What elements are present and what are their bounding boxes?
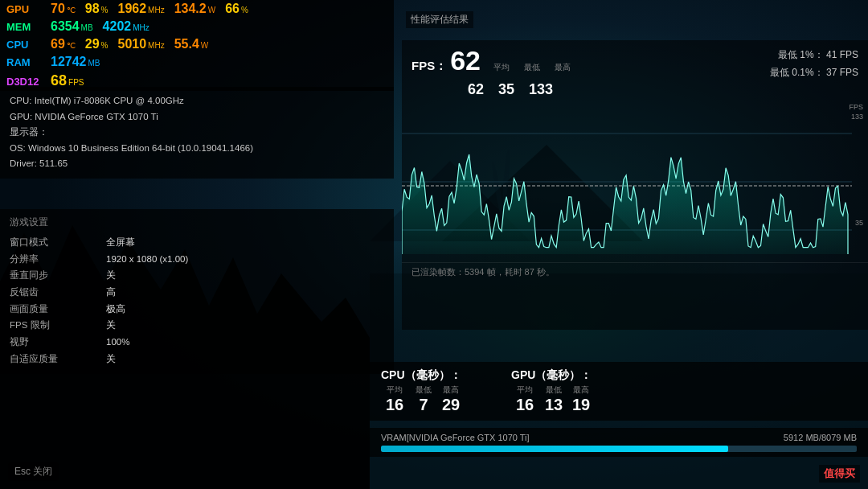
chart-caption: 已渲染帧数：5394 帧，耗时 87 秒。 bbox=[402, 262, 868, 281]
cpu-max-val: 29 bbox=[442, 396, 460, 414]
gpu-load2-val: 66 bbox=[225, 2, 240, 16]
cpu-usage-unit: % bbox=[101, 41, 108, 50]
gpu-label: GPU bbox=[6, 3, 51, 15]
gpu-power-unit: W bbox=[208, 6, 215, 14]
chart-y-fps-label: FPS bbox=[849, 103, 863, 111]
gpu-max-val: 19 bbox=[572, 396, 590, 414]
ram-metrics-row: RAM 12742 MB bbox=[0, 53, 394, 71]
gpu-usage-val: 98 bbox=[85, 2, 100, 16]
gpu-temp-val: 70 bbox=[51, 2, 65, 16]
settings-row: 视野100% bbox=[10, 334, 384, 351]
vram-label: VRAM[NVIDIA GeForce GTX 1070 Ti] bbox=[381, 433, 530, 442]
gpu-max-header: 最高 bbox=[573, 384, 589, 396]
settings-row: FPS 限制关 bbox=[10, 317, 384, 334]
system-info-panel: CPU: Intel(TM) i7-8086K CPU @ 4.00GHz GP… bbox=[0, 87, 394, 179]
percentile-1-label: 最低 1%： 41 FPS bbox=[770, 47, 858, 64]
bottom-frame-stats: CPU（毫秒）： 平均 16 最低 7 最高 29 GPU（毫秒） bbox=[370, 362, 868, 421]
cpu-min-val: 7 bbox=[419, 396, 428, 414]
percentile-stats: 最低 1%： 41 FPS 最低 0.1%： 37 FPS bbox=[770, 47, 858, 81]
gpu-clock-unit: MHz bbox=[148, 6, 165, 14]
cpu-power-val: 55.4 bbox=[174, 37, 199, 51]
chart-y-top-val: 133 bbox=[851, 113, 863, 121]
ram-usage-unit: MB bbox=[88, 59, 100, 68]
ram-label: RAM bbox=[6, 56, 51, 68]
gpu-usage-unit: % bbox=[101, 6, 108, 14]
cpu-avg-val: 16 bbox=[386, 396, 403, 414]
mem-usage-val: 6354 bbox=[51, 19, 80, 34]
chart-y-bottom-val: 35 bbox=[855, 219, 863, 227]
hud-overlay: GPU 70 ℃ 98 % 1962 MHz 134.2 W 66 % MEM … bbox=[0, 0, 868, 489]
mem-label: MEM bbox=[6, 21, 51, 33]
cpu-metrics-row: CPU 69 ℃ 29 % 5010 MHz 55.4 W bbox=[0, 35, 394, 53]
fps-avg-val: 62 bbox=[450, 47, 481, 74]
settings-row: 画面质量极高 bbox=[10, 301, 384, 318]
gpu-ms-label: GPU（毫秒）： bbox=[511, 368, 592, 383]
vram-section: VRAM[NVIDIA GeForce GTX 1070 Ti] 5912 MB… bbox=[370, 428, 868, 457]
perf-rating-label: 性能评估结果 bbox=[406, 11, 473, 28]
fps-chart-label: FPS： bbox=[411, 59, 447, 74]
fps-waveform-chart bbox=[402, 101, 868, 262]
vram-bar-fill bbox=[381, 446, 728, 452]
col-min-header: 最低 bbox=[524, 62, 540, 73]
settings-rows: 窗口模式全屏幕分辨率1920 x 1080 (x1.00)垂直同步关反锯齿高画面… bbox=[10, 234, 384, 368]
settings-row: 垂直同步关 bbox=[10, 267, 384, 284]
gpu-avg-header: 平均 bbox=[517, 384, 533, 396]
ram-usage-val: 12742 bbox=[51, 55, 87, 69]
fps-values-row: 62 35 133 bbox=[402, 81, 868, 101]
settings-row: 窗口模式全屏幕 bbox=[10, 234, 384, 251]
gpu-ms-block: GPU（毫秒）： 平均 16 最低 13 最高 19 bbox=[511, 368, 593, 414]
col-avg-header: 平均 bbox=[493, 62, 510, 73]
settings-row: 分辨率1920 x 1080 (x1.00) bbox=[10, 251, 384, 268]
cpu-avg-header: 平均 bbox=[387, 384, 403, 396]
fps-hud-unit: FPS bbox=[68, 78, 84, 87]
cpu-clock-val: 5010 bbox=[118, 37, 147, 51]
fps-avg-display: 62 bbox=[468, 81, 498, 98]
gpu-info-line: GPU: NVIDIA GeForce GTX 1070 Ti bbox=[10, 109, 384, 125]
mem-metrics-row: MEM 6354 MB 4202 MHz bbox=[0, 18, 394, 35]
gpu-clock-val: 1962 bbox=[118, 2, 147, 16]
vram-label-row: VRAM[NVIDIA GeForce GTX 1070 Ti] 5912 MB… bbox=[381, 433, 857, 442]
fps-hud-val: 68 bbox=[51, 72, 67, 89]
gpu-load2-unit: % bbox=[241, 6, 248, 14]
cpu-ms-label: CPU（毫秒）： bbox=[381, 368, 461, 383]
gpu-metrics-row: GPU 70 ℃ 98 % 1962 MHz 134.2 W 66 % bbox=[0, 0, 394, 18]
watermark: 值得买 bbox=[819, 465, 860, 483]
fps-main-display: FPS： 62 平均 最低 最高 bbox=[411, 47, 571, 74]
chart-container: FPS 133 35 bbox=[402, 101, 868, 262]
cpu-temp-unit: ℃ bbox=[67, 41, 76, 50]
cpu-ms-block: CPU（毫秒）： 平均 16 最低 7 最高 29 bbox=[381, 368, 463, 414]
top-metrics-container: GPU 70 ℃ 98 % 1962 MHz 134.2 W 66 % MEM … bbox=[0, 0, 394, 91]
chart-header: FPS： 62 平均 最低 最高 最低 1%： 41 FPS 最低 0.1%： … bbox=[402, 40, 868, 81]
percentile-01-label: 最低 0.1%： 37 FPS bbox=[770, 64, 858, 82]
cpu-info-line: CPU: Intel(TM) i7-8086K CPU @ 4.00GHz bbox=[10, 93, 384, 109]
mem-clock-val: 4202 bbox=[103, 19, 132, 34]
fps-max-display: 133 bbox=[529, 81, 559, 98]
vram-values: 5912 MB/8079 MB bbox=[784, 433, 857, 442]
driver-info-line: Driver: 511.65 bbox=[10, 156, 384, 172]
gpu-power-val: 134.2 bbox=[174, 2, 207, 16]
gpu-avg-val: 16 bbox=[516, 396, 534, 414]
settings-row: 反锯齿高 bbox=[10, 284, 384, 301]
cpu-label: CPU bbox=[6, 39, 51, 51]
d3d-label: D3D12 bbox=[6, 76, 51, 88]
gpu-min-val: 13 bbox=[545, 396, 563, 414]
cpu-min-header: 最低 bbox=[416, 384, 432, 396]
mem-usage-unit: MB bbox=[81, 23, 93, 32]
game-settings-panel: 游戏设置 窗口模式全屏幕分辨率1920 x 1080 (x1.00)垂直同步关反… bbox=[0, 209, 394, 374]
settings-title: 游戏设置 bbox=[10, 216, 384, 229]
fps-chart-area: FPS： 62 平均 最低 最高 最低 1%： 41 FPS 最低 0.1%： … bbox=[402, 40, 868, 330]
mem-clock-unit: MHz bbox=[133, 23, 149, 32]
fps-stats-cols-header: 平均 最低 最高 bbox=[490, 62, 571, 73]
settings-row: 自适应质量关 bbox=[10, 351, 384, 368]
d3d-metrics-row: D3D12 68 FPS bbox=[0, 71, 394, 91]
vram-bar-bg bbox=[381, 446, 857, 452]
display-label: 显示器： bbox=[10, 125, 384, 141]
cpu-power-unit: W bbox=[201, 41, 208, 50]
gpu-min-header: 最低 bbox=[546, 384, 562, 396]
gpu-temp-unit: ℃ bbox=[67, 6, 76, 14]
fps-min-display: 35 bbox=[498, 81, 529, 98]
col-max-header: 最高 bbox=[555, 62, 571, 73]
os-info-line: OS: Windows 10 Business Edition 64-bit (… bbox=[10, 141, 384, 157]
esc-close-button[interactable]: Esc 关闭 bbox=[8, 462, 59, 481]
cpu-clock-unit: MHz bbox=[148, 41, 165, 50]
